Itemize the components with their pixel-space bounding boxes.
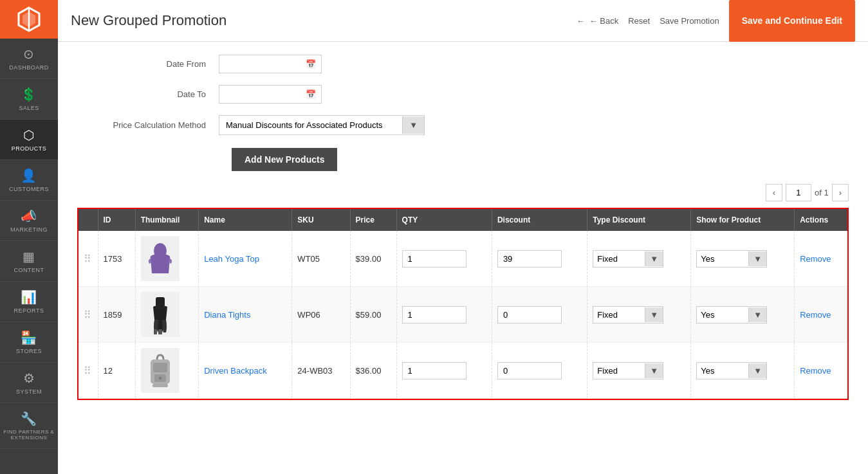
back-button[interactable]: ← ← Back [577,16,619,26]
col-show-product: Show for Product [691,209,795,231]
pagination-row: ‹ 1 of 1 › [77,184,849,201]
sidebar-item-dashboard[interactable]: ⊙ DASHBOARD [0,39,58,79]
sidebar-item-customers[interactable]: 👤 CUSTOMERS [0,160,58,201]
date-to-row: Date To 📅 [77,85,849,104]
product-name-cell: Leah Yoga Top [199,231,292,287]
price-method-select[interactable]: Manual Discounts for Associated Products… [219,116,402,134]
product-thumbnail [141,236,180,281]
table-body: ⠿ 1753 [78,231,847,399]
date-from-calendar-icon[interactable]: 📅 [300,56,321,72]
type-discount-select[interactable]: Fixed Percent [593,363,645,379]
date-from-input[interactable] [219,55,300,73]
type-discount-arrow-icon[interactable]: ▼ [645,251,663,266]
type-discount-select[interactable]: Fixed Percent [593,251,645,267]
col-drag [78,209,98,231]
sidebar-item-reports[interactable]: 📊 REPORTS [0,282,58,322]
product-discount-input[interactable] [497,362,562,379]
sidebar-item-partners[interactable]: 🔧 FIND PARTNERS & EXTENSIONS [0,403,58,449]
drag-handle-icon[interactable]: ⠿ [84,309,91,320]
type-discount-select[interactable]: Fixed Percent [593,307,645,323]
type-discount-arrow-icon[interactable]: ▼ [645,307,663,322]
show-product-select-wrapper: Yes No ▼ [696,250,767,268]
date-to-calendar-icon[interactable]: 📅 [300,86,321,102]
sidebar-item-products[interactable]: ⬡ PRODUCTS [0,120,58,160]
products-table: ID Thumbnail Name SKU Price QTY Discount… [78,209,847,399]
remove-product-link[interactable]: Remove [800,366,831,376]
backpack-image [144,350,176,392]
sidebar-item-system[interactable]: ⚙ SYSTEM [0,363,58,403]
product-qty-input[interactable] [402,306,466,324]
price-method-select-arrow-icon[interactable]: ▼ [402,116,424,134]
show-product-arrow-icon[interactable]: ▼ [748,307,766,322]
product-discount-cell [492,231,587,287]
drag-handle-icon[interactable]: ⠿ [84,253,91,264]
thumbnail-cell [135,231,198,287]
remove-product-link[interactable]: Remove [800,254,831,264]
product-name-link[interactable]: Driven Backpack [204,366,267,376]
save-promotion-button[interactable]: Save Promotion [660,16,719,26]
logo[interactable] [0,0,58,39]
product-sku-cell: WP06 [292,287,350,343]
product-qty-input[interactable] [402,250,466,268]
product-discount-cell [492,343,587,399]
magento-logo-icon [16,6,42,32]
show-product-select-wrapper: Yes No ▼ [696,362,767,379]
product-qty-input[interactable] [402,362,466,379]
product-price-cell: $36.00 [350,343,396,399]
page-title: New Grouped Promotion [71,12,226,29]
product-name-link[interactable]: Leah Yoga Top [204,254,259,264]
product-show-cell: Yes No ▼ [691,231,795,287]
product-sku-cell: WT05 [292,231,350,287]
show-product-arrow-icon[interactable]: ▼ [748,363,766,378]
table-row: ⠿ 1859 [78,287,847,343]
date-to-field-wrapper: 📅 [219,85,322,104]
date-to-input[interactable] [219,86,300,103]
sidebar-item-sales[interactable]: 💲 SALES [0,79,58,120]
table-row: ⠿ 12 [78,343,847,399]
svg-rect-5 [158,329,162,334]
partners-icon: 🔧 [21,411,37,426]
page-number-input[interactable]: 1 [786,184,811,201]
product-type-discount-cell: Fixed Percent ▼ [587,287,691,343]
svg-rect-6 [154,329,157,334]
show-product-select[interactable]: Yes No [697,363,748,379]
product-sku-cell: 24-WB03 [292,343,350,399]
next-page-button[interactable]: › [832,184,849,201]
prev-page-button[interactable]: ‹ [766,184,782,201]
product-id-cell: 12 [98,343,135,399]
svg-point-10 [159,377,162,379]
show-product-select[interactable]: Yes No [697,307,748,323]
content-area: Date From 📅 Date To 📅 Price Calculation … [58,42,868,474]
table-header-row: ID Thumbnail Name SKU Price QTY Discount… [78,209,847,231]
product-id-cell: 1859 [98,287,135,343]
product-actions-cell: Remove [795,287,847,343]
product-discount-input[interactable] [497,306,562,324]
type-discount-select-wrapper: Fixed Percent ▼ [593,250,663,268]
col-thumbnail: Thumbnail [135,209,198,231]
product-id-cell: 1753 [98,231,135,287]
product-actions-cell: Remove [795,231,847,287]
add-new-products-button[interactable]: Add New Products [232,148,337,171]
product-price: $59.00 [356,310,382,320]
reset-button[interactable]: Reset [628,16,650,26]
show-product-arrow-icon[interactable]: ▼ [748,251,766,266]
type-discount-arrow-icon[interactable]: ▼ [645,363,663,378]
save-continue-button[interactable]: Save and Continue Edit [729,0,855,42]
product-name-cell: Diana Tights [199,287,292,343]
col-sku: SKU [292,209,350,231]
stores-icon: 🏪 [21,330,37,345]
date-from-field-wrapper: 📅 [219,55,322,73]
product-discount-cell [492,287,587,343]
sidebar-item-content[interactable]: ▦ CONTENT [0,241,58,282]
sidebar-item-marketing[interactable]: 📣 MARKETING [0,201,58,241]
col-qty: QTY [396,209,492,231]
drag-handle-icon[interactable]: ⠿ [84,365,91,376]
show-product-select[interactable]: Yes No [697,251,748,267]
product-id: 12 [104,366,113,376]
col-actions: Actions [795,209,847,231]
svg-rect-4 [156,297,165,307]
sidebar-item-stores[interactable]: 🏪 STORES [0,322,58,363]
product-name-link[interactable]: Diana Tights [204,310,250,320]
remove-product-link[interactable]: Remove [800,310,831,320]
product-discount-input[interactable] [497,250,562,268]
